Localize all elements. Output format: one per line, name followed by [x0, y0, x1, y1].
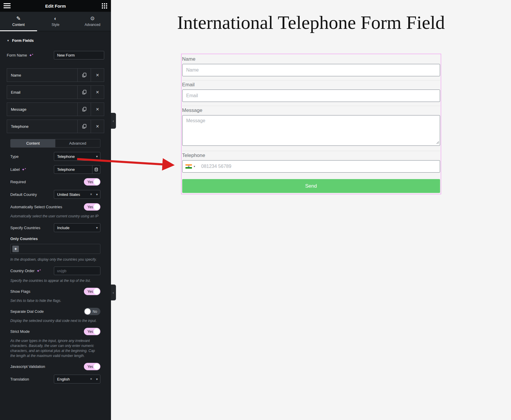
strict-mode-toggle[interactable]: Yes	[84, 328, 100, 335]
section-form-fields[interactable]: ▼ Form Fields	[0, 31, 111, 43]
field-tab-advanced[interactable]: Advanced	[55, 139, 100, 147]
collapse-triangle-icon: ▼	[7, 39, 9, 42]
form-name-input[interactable]	[54, 51, 104, 59]
clear-selection-icon[interactable]: ×	[90, 192, 92, 196]
form-group-message: Message	[182, 106, 440, 151]
panel-body: ▼ Form Fields Form Name ✦✦ Name	[0, 31, 111, 389]
telephone-input[interactable]	[182, 160, 440, 173]
tab-advanced[interactable]: ⚙ Advanced	[74, 12, 111, 31]
form-group-name: Name	[182, 55, 440, 80]
tab-content[interactable]: ✎ Content	[0, 12, 37, 31]
section-title: Form Fields	[12, 38, 34, 43]
panel-collapse-handle[interactable]: ‹	[111, 113, 116, 129]
only-countries-description: In the dropdown, display only the countr…	[10, 257, 100, 262]
close-icon: ✕	[96, 107, 99, 112]
chevron-down-icon: ▼	[193, 165, 196, 168]
auto-select-countries-toggle[interactable]: Yes	[84, 203, 100, 211]
close-icon: ✕	[96, 73, 99, 77]
form-widget[interactable]: Name Email Message Telephone	[181, 54, 441, 194]
send-button[interactable]: Send	[182, 179, 440, 193]
country-flag-dropdown[interactable]: ▼	[185, 164, 196, 169]
country-order-label: Country Order	[10, 269, 34, 273]
only-countries-box: +	[10, 244, 100, 254]
label-label: Label	[10, 167, 20, 172]
email-field-label: Email	[182, 82, 440, 88]
type-label: Type	[10, 154, 54, 159]
default-country-select[interactable]: United States × ▾	[54, 190, 100, 199]
specify-countries-label: Specify Countries	[10, 226, 54, 230]
duplicate-field-button[interactable]	[77, 69, 91, 82]
name-field-label: Name	[182, 56, 440, 62]
tab-style[interactable]: ◐ Style	[37, 12, 74, 31]
javascript-validation-toggle[interactable]: Yes	[84, 363, 100, 370]
panel-header: Edit Form	[0, 0, 111, 12]
toggle-knob	[94, 179, 100, 185]
contrast-icon: ◐	[54, 16, 57, 21]
field-editor-tabs: Content Advanced	[10, 139, 100, 148]
pencil-icon: ✎	[16, 16, 21, 21]
close-icon: ✕	[96, 124, 99, 129]
toggle-knob	[94, 204, 100, 210]
message-textarea[interactable]	[182, 115, 440, 146]
country-order-description: Specify the countries to appear at the t…	[10, 278, 100, 283]
ai-sparkle-icon[interactable]: ✦✦	[36, 269, 39, 272]
textarea-resize-handle-icon[interactable]	[436, 140, 439, 145]
field-row-email[interactable]: Email ✕	[7, 85, 104, 99]
database-icon	[94, 168, 98, 171]
india-flag-icon	[185, 164, 192, 169]
duplicate-field-button[interactable]	[77, 120, 91, 133]
chevron-left-icon: ‹	[113, 119, 114, 123]
strict-mode-label: Strict Mode	[10, 329, 84, 334]
clear-selection-icon[interactable]: ×	[90, 377, 92, 381]
specify-countries-select[interactable]: Include ▾	[54, 223, 100, 232]
delete-field-button[interactable]: ✕	[91, 86, 104, 99]
apps-grid-icon[interactable]	[102, 3, 107, 10]
dynamic-tags-button[interactable]	[92, 165, 100, 174]
delete-field-button[interactable]: ✕	[91, 69, 104, 82]
duplicate-field-button[interactable]	[77, 86, 91, 99]
translation-select[interactable]: English × ▾	[54, 375, 100, 383]
telephone-field-editor: Content Advanced Type Telephone ▾ Label …	[0, 139, 111, 383]
panel-tabs: ✎ Content ◐ Style ⚙ Advanced	[0, 12, 111, 31]
auto-select-label: Automatically Select Countries	[10, 205, 84, 209]
form-group-email: Email	[182, 80, 440, 106]
form-fields-list: Name ✕ Email ✕	[0, 68, 111, 133]
type-select[interactable]: Telephone ▾	[54, 152, 100, 161]
toggle-knob	[94, 288, 100, 295]
auto-select-description: Automatically select the user current co…	[10, 214, 100, 219]
duplicate-field-button[interactable]	[77, 103, 91, 116]
close-icon: ✕	[96, 90, 99, 95]
field-row-name[interactable]: Name ✕	[7, 68, 104, 82]
delete-field-button[interactable]: ✕	[91, 120, 104, 133]
panel-title: Edit Form	[0, 4, 111, 9]
elementor-editor: Edit Form ✎ Content ◐ Style	[0, 0, 511, 420]
chevron-left-icon: ‹	[113, 290, 114, 295]
form-name-label: Form Name	[7, 53, 27, 57]
page-title: International Telephone Form Field	[111, 12, 511, 34]
delete-field-button[interactable]: ✕	[91, 103, 104, 116]
add-country-button[interactable]: +	[12, 246, 19, 252]
default-country-label: Default Country	[10, 192, 54, 197]
menu-icon[interactable]	[4, 3, 11, 9]
required-toggle[interactable]: Yes	[84, 178, 100, 186]
field-label-input[interactable]	[54, 165, 92, 174]
country-order-input[interactable]	[54, 267, 100, 275]
chevron-down-icon: ▾	[96, 377, 98, 381]
ai-sparkle-icon[interactable]: ✦✦	[29, 54, 32, 57]
field-row-telephone[interactable]: Telephone ✕	[7, 120, 104, 133]
show-flags-toggle[interactable]: Yes	[84, 288, 100, 295]
edit-form-panel: Edit Form ✎ Content ◐ Style	[0, 0, 111, 420]
separate-dial-code-toggle[interactable]: No	[84, 308, 100, 315]
email-input[interactable]	[182, 90, 440, 102]
toggle-knob	[84, 308, 91, 315]
show-flags-label: Show Flags	[10, 289, 84, 294]
message-field-label: Message	[182, 108, 440, 113]
field-tab-content[interactable]: Content	[11, 139, 55, 147]
telephone-field-label: Telephone	[182, 153, 440, 158]
ai-sparkle-icon[interactable]: ✦✦	[22, 168, 25, 171]
panel-collapse-handle[interactable]: ‹	[111, 285, 116, 300]
name-input[interactable]	[182, 64, 440, 76]
required-label: Required	[10, 180, 84, 184]
field-row-message[interactable]: Message ✕	[7, 102, 104, 116]
javascript-validation-label: Javascript Validation	[10, 364, 84, 369]
